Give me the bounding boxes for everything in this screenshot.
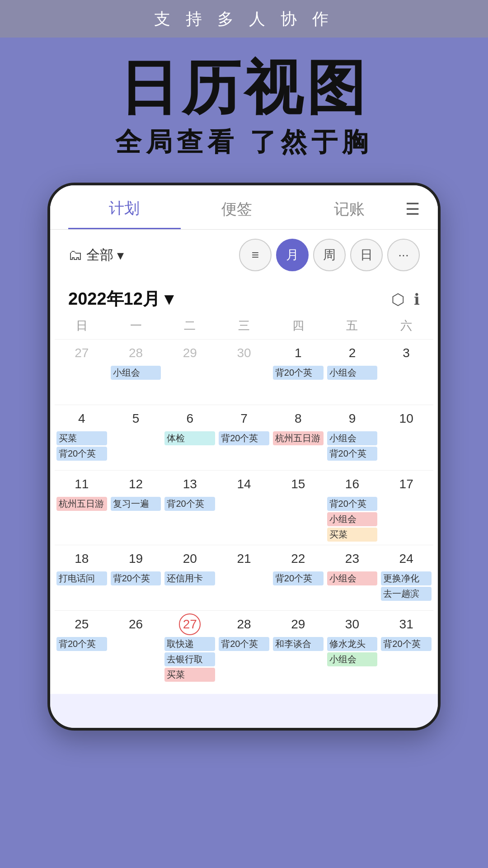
event-tag[interactable]: 小组会 bbox=[327, 512, 378, 526]
cal-day-19[interactable]: 19背20个英 bbox=[109, 545, 163, 610]
cal-day-9[interactable]: 9小组会背20个英 bbox=[325, 405, 380, 470]
event-tag[interactable]: 背20个英 bbox=[164, 497, 215, 511]
cal-day-16[interactable]: 16背20个英小组会买菜 bbox=[325, 470, 380, 545]
view-list-btn[interactable]: ≡ bbox=[239, 239, 272, 271]
cal-day-27[interactable]: 27取快递去银行取买菜 bbox=[163, 610, 217, 685]
view-day-btn[interactable]: 日 bbox=[350, 239, 383, 271]
info-btn[interactable]: ℹ bbox=[414, 290, 420, 308]
day-number: 26 bbox=[125, 613, 147, 635]
view-month-btn[interactable]: 月 bbox=[276, 239, 309, 271]
cal-day-8[interactable]: 8杭州五日游 bbox=[271, 405, 325, 470]
cal-day-23[interactable]: 23小组会 bbox=[325, 545, 380, 610]
cal-day-1[interactable]: 1背20个英 bbox=[271, 339, 325, 405]
tab-bar: 计划 便签 记账 ☰ bbox=[50, 185, 438, 230]
cal-day-2[interactable]: 2小组会 bbox=[325, 339, 380, 405]
event-tag[interactable]: 背20个英 bbox=[56, 637, 107, 651]
cal-day-4[interactable]: 4买菜背20个英 bbox=[55, 405, 109, 470]
cal-day-12[interactable]: 12复习一遍 bbox=[109, 470, 163, 545]
event-tag[interactable]: 背20个英 bbox=[327, 447, 378, 461]
cal-day-30[interactable]: 30修水龙头小组会 bbox=[325, 610, 380, 685]
cal-day-13[interactable]: 13背20个英 bbox=[163, 470, 217, 545]
folder-selector[interactable]: 🗂 全部 ▾ bbox=[68, 246, 124, 264]
cal-day-18[interactable]: 18打电话问 bbox=[55, 545, 109, 610]
event-tag[interactable]: 背20个英 bbox=[273, 571, 324, 585]
day-number: 10 bbox=[395, 408, 417, 429]
day-number: 23 bbox=[341, 548, 363, 570]
event-tag[interactable]: 修水龙头 bbox=[327, 637, 378, 651]
day-number: 13 bbox=[179, 473, 201, 495]
event-tag[interactable]: 杭州五日游 bbox=[56, 497, 107, 511]
cal-day-25[interactable]: 25背20个英 bbox=[55, 610, 109, 685]
event-tag[interactable]: 去银行取 bbox=[164, 652, 215, 666]
view-more-btn[interactable]: ··· bbox=[387, 239, 420, 271]
tab-note[interactable]: 便签 bbox=[181, 199, 293, 229]
event-tag[interactable]: 还信用卡 bbox=[164, 571, 215, 585]
event-tag[interactable]: 取快递 bbox=[164, 637, 215, 651]
banner-text: 支 持 多 人 协 作 bbox=[154, 9, 334, 28]
event-tag[interactable]: 更换净化 bbox=[381, 571, 432, 585]
cal-day-5[interactable]: 5 bbox=[109, 405, 163, 470]
cal-day-29-other[interactable]: 29 bbox=[163, 339, 217, 405]
menu-icon[interactable]: ☰ bbox=[405, 200, 420, 228]
day-number: 15 bbox=[287, 473, 309, 495]
tab-account[interactable]: 记账 bbox=[293, 199, 405, 229]
event-tag[interactable]: 背20个英 bbox=[56, 447, 107, 461]
day-number: 30 bbox=[233, 342, 255, 364]
day-number: 17 bbox=[395, 473, 417, 495]
event-tag[interactable]: 小组会 bbox=[327, 571, 378, 585]
event-tag[interactable]: 小组会 bbox=[327, 366, 378, 380]
view-week-btn[interactable]: 周 bbox=[313, 239, 346, 271]
cal-day-7[interactable]: 7背20个英 bbox=[217, 405, 271, 470]
cal-day-27-other[interactable]: 27 bbox=[55, 339, 109, 405]
weekday-row: 日 一 二 三 四 五 六 bbox=[50, 314, 438, 339]
cal-day-3[interactable]: 3 bbox=[379, 339, 433, 405]
hero-title: 日历视图 bbox=[0, 56, 488, 120]
cal-day-24[interactable]: 24更换净化去一趟滨 bbox=[379, 545, 433, 610]
event-tag[interactable]: 小组会 bbox=[327, 652, 378, 666]
cal-day-28-other[interactable]: 28小组会 bbox=[109, 339, 163, 405]
hero-subtitle: 全局查看 了然于胸 bbox=[0, 125, 488, 160]
event-tag[interactable]: 背20个英 bbox=[219, 637, 269, 651]
cal-day-11[interactable]: 11杭州五日游 bbox=[55, 470, 109, 545]
cal-day-26[interactable]: 26 bbox=[109, 610, 163, 685]
export-btn[interactable]: ⬡ bbox=[391, 290, 405, 308]
event-tag[interactable]: 复习一遍 bbox=[111, 497, 161, 511]
cal-day-29[interactable]: 29和李谈合 bbox=[271, 610, 325, 685]
event-tag[interactable]: 和李谈合 bbox=[273, 637, 324, 651]
cal-day-30-other[interactable]: 30 bbox=[217, 339, 271, 405]
day-number: 6 bbox=[179, 408, 201, 429]
event-tag[interactable]: 去一趟滨 bbox=[381, 587, 432, 601]
event-tag[interactable]: 小组会 bbox=[327, 431, 378, 445]
cal-day-14[interactable]: 14 bbox=[217, 470, 271, 545]
event-tag[interactable]: 背20个英 bbox=[381, 637, 432, 651]
event-tag[interactable]: 买菜 bbox=[327, 528, 378, 542]
cal-day-20[interactable]: 20还信用卡 bbox=[163, 545, 217, 610]
event-tag[interactable]: 背20个英 bbox=[111, 571, 161, 585]
event-tag[interactable]: 打电话问 bbox=[56, 571, 107, 585]
day-number: 31 bbox=[395, 613, 417, 635]
event-tag[interactable]: 买菜 bbox=[164, 668, 215, 682]
event-tag[interactable]: 小组会 bbox=[111, 366, 161, 380]
event-tag[interactable]: 体检 bbox=[164, 431, 215, 445]
cal-day-22[interactable]: 22背20个英 bbox=[271, 545, 325, 610]
folder-label: 全部 bbox=[86, 246, 113, 264]
day-number: 4 bbox=[71, 408, 93, 429]
cal-day-15[interactable]: 15 bbox=[271, 470, 325, 545]
cal-month-title[interactable]: 2022年12月 ▾ bbox=[68, 288, 173, 311]
cal-day-17[interactable]: 17 bbox=[379, 470, 433, 545]
cal-day-6[interactable]: 6体检 bbox=[163, 405, 217, 470]
cal-day-21[interactable]: 21 bbox=[217, 545, 271, 610]
event-tag[interactable]: 背20个英 bbox=[219, 431, 269, 445]
event-tag[interactable]: 背20个英 bbox=[273, 366, 324, 380]
cal-header: 2022年12月 ▾ ⬡ ℹ bbox=[50, 280, 438, 314]
cal-day-31[interactable]: 31背20个英 bbox=[379, 610, 433, 685]
day-number: 28 bbox=[125, 342, 147, 364]
event-tag[interactable]: 背20个英 bbox=[327, 497, 378, 511]
tab-plan[interactable]: 计划 bbox=[68, 198, 181, 229]
day-number: 21 bbox=[233, 548, 255, 570]
cal-day-10[interactable]: 10 bbox=[379, 405, 433, 470]
cal-day-28[interactable]: 28背20个英 bbox=[217, 610, 271, 685]
day-number: 9 bbox=[341, 408, 363, 429]
event-tag[interactable]: 买菜 bbox=[56, 431, 107, 445]
event-tag[interactable]: 杭州五日游 bbox=[273, 431, 324, 445]
